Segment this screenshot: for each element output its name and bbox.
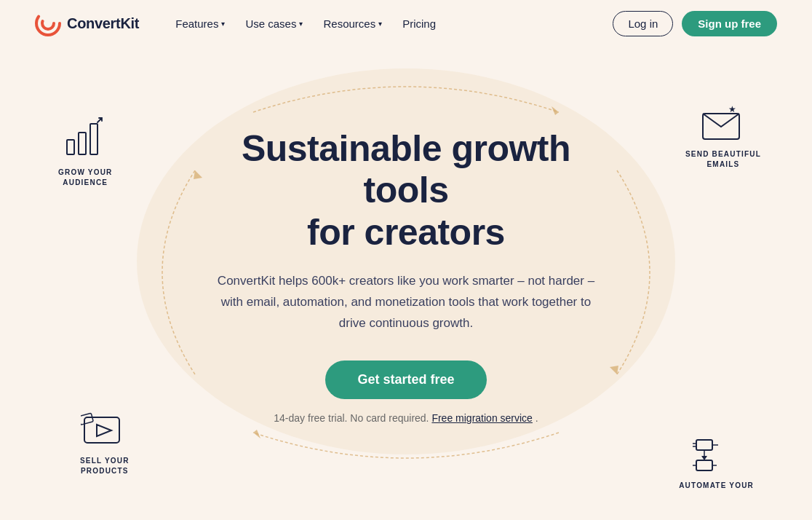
svg-rect-20: [696, 460, 712, 470]
grow-audience-icon: [60, 112, 111, 163]
login-button[interactable]: Log in: [613, 11, 673, 36]
svg-rect-13: [81, 413, 93, 425]
automate-feature: AUTOMATE YOUR: [679, 436, 754, 491]
hero-section: GROW YOUR AUDIENCE ★ SEND BEAUTIFUL EMAI…: [0, 47, 812, 498]
svg-rect-8: [90, 124, 97, 154]
migration-link[interactable]: Free migration service: [431, 412, 533, 424]
logo-link[interactable]: ConvertKit: [35, 10, 139, 36]
get-started-button[interactable]: Get started free: [325, 361, 486, 399]
sell-products-icon: [81, 411, 128, 452]
svg-rect-7: [79, 133, 86, 154]
svg-rect-11: [84, 417, 119, 443]
grow-audience-feature: GROW YOUR AUDIENCE: [58, 112, 113, 188]
nav-links: Features ▾ Use cases ▾ Resources ▾ Prici…: [168, 13, 613, 34]
hero-content: Sustainable growth tools for creators Co…: [195, 128, 617, 424]
use-cases-chevron-icon: ▾: [299, 20, 303, 28]
resources-chevron-icon: ▾: [378, 20, 382, 28]
features-chevron-icon: ▾: [221, 20, 225, 28]
automate-icon: [693, 436, 740, 476]
svg-rect-6: [67, 140, 74, 154]
hero-cta-group: Get started free: [195, 361, 617, 412]
logo-text: ConvertKit: [67, 15, 139, 32]
hero-subtitle: ConvertKit helps 600k+ creators like you…: [217, 271, 595, 334]
hero-title: Sustainable growth tools for creators: [195, 128, 617, 254]
svg-point-1: [42, 17, 54, 29]
nav-pricing[interactable]: Pricing: [395, 13, 443, 34]
svg-text:★: ★: [728, 105, 736, 114]
send-emails-feature: ★ SEND BEAUTIFUL EMAILS: [685, 105, 761, 170]
svg-marker-12: [97, 425, 111, 436]
svg-point-0: [36, 12, 60, 35]
signup-button[interactable]: Sign up free: [682, 11, 777, 36]
nav-resources[interactable]: Resources ▾: [316, 13, 389, 34]
nav-use-cases[interactable]: Use cases ▾: [238, 13, 310, 34]
svg-rect-14: [696, 440, 712, 450]
logo-icon: [35, 10, 61, 36]
svg-marker-4: [253, 430, 260, 438]
trial-info: 14-day free trial. No card required. Fre…: [195, 412, 617, 424]
navigation: ConvertKit Features ▾ Use cases ▾ Resour…: [0, 0, 812, 47]
nav-features[interactable]: Features ▾: [168, 13, 232, 34]
send-emails-icon: ★: [699, 105, 747, 145]
sell-products-feature: SELL YOUR PRODUCTS: [80, 411, 130, 476]
nav-actions: Log in Sign up free: [613, 11, 777, 36]
